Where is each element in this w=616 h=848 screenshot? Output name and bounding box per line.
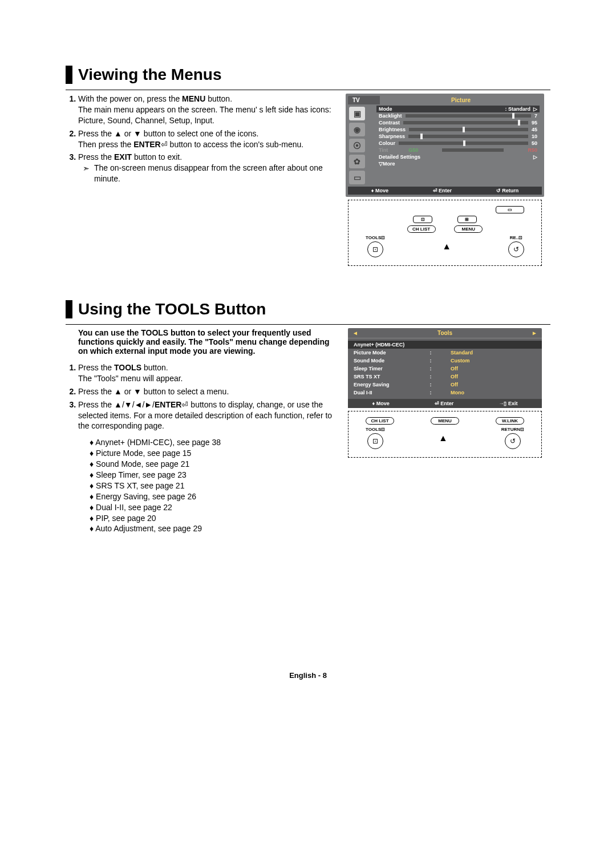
return-label: RETURN⊡ xyxy=(501,427,524,432)
osd-row-mode: Mode : Standard ▷ xyxy=(376,106,540,112)
remote-illustration: CH LIST MENU W.LINK TOOLS⊡ ⊡ ▲ RETURN⊡ ↺ xyxy=(348,411,542,458)
section-body: You can use the TOOLS button to select y… xyxy=(66,324,550,534)
nav-up-icon: ▲ xyxy=(442,241,451,252)
osd-row-more: ▽More xyxy=(376,160,540,167)
picture-icon: ▣ xyxy=(349,107,365,120)
chlist-button: CH LIST xyxy=(366,417,394,425)
section-header: Using the TOOLS Button xyxy=(66,300,550,318)
section-viewing-menus: Viewing the Menus With the power on, pre… xyxy=(66,66,550,266)
tools-row: Sleep Timer:Off xyxy=(354,365,536,373)
menu-button: MENU xyxy=(431,417,459,425)
remote-small-btn: ⊡ xyxy=(413,216,432,223)
step-2: Press the ▲ or ▼ button to select one of… xyxy=(78,128,334,150)
step-list: Press the TOOLS button. The "Tools" menu… xyxy=(78,362,334,431)
osd-main: Mode : Standard ▷ Backlight 7 Contrast xyxy=(374,106,542,185)
left-arrow-icon: ◄ xyxy=(352,330,358,336)
step-3: Press the ▲/▼/◄/►/ENTER⏎ buttons to disp… xyxy=(78,399,334,432)
tools-label: TOOLS⊡ xyxy=(366,235,385,240)
osd-tv-label: TV xyxy=(348,96,380,104)
figure-column: TV Picture ▣ ◉ ⦿ ✿ ▭ Mode xyxy=(339,94,550,266)
tools-footer: ♦ Move ⏎ Enter →▯ Exit xyxy=(348,399,542,408)
tools-row: Sound Mode:Custom xyxy=(354,357,536,365)
list-item: Energy Saving, see page 26 xyxy=(90,491,334,502)
list-item: Picture Mode, see page 15 xyxy=(90,448,334,459)
tools-button: ⊡ xyxy=(367,433,383,449)
step-3: Press the EXIT button to exit. ➣ The on-… xyxy=(78,152,334,184)
section-title: Using the TOOLS Button xyxy=(78,300,550,318)
note-row: ➣ The on-screen menus disappear from the… xyxy=(78,163,334,184)
list-item: Dual I-II, see page 22 xyxy=(90,502,334,513)
chlist-button: CH LIST xyxy=(407,225,436,233)
list-item: PIP, see page 20 xyxy=(90,513,334,524)
osd-row-sharpness: Sharpness 10 xyxy=(376,133,540,140)
tools-row: Picture Mode:Standard xyxy=(354,349,536,357)
reference-list: Anynet+ (HDMI-CEC), see page 38 Picture … xyxy=(90,437,334,534)
section-title: Viewing the Menus xyxy=(78,66,550,84)
osd-titlebar: TV Picture xyxy=(348,96,542,104)
remote-small-btn: ⊞ xyxy=(457,216,477,223)
remote-illustration: ▭ ⊡ ⊞ CH LIST MENU xyxy=(348,200,542,266)
sound-icon: ◉ xyxy=(349,123,365,136)
text-column: With the power on, press the MENU button… xyxy=(66,94,334,266)
osd-row-brightness: Brightness 45 xyxy=(376,126,540,133)
osd-row-detailed: Detailed Settings ▷ xyxy=(376,154,540,160)
manual-page: Viewing the Menus With the power on, pre… xyxy=(0,0,616,702)
section-tools-button: Using the TOOLS Button You can use the T… xyxy=(66,300,550,534)
setup-icon: ✿ xyxy=(349,155,365,168)
osd-row-tint: Tint G50 R50 xyxy=(376,147,540,154)
tools-row: Energy Saving:Off xyxy=(354,381,536,389)
step-list: With the power on, press the MENU button… xyxy=(78,94,334,184)
osd-picture-menu: TV Picture ▣ ◉ ⦿ ✿ ▭ Mode xyxy=(346,94,544,197)
menu-button: MENU xyxy=(454,225,483,233)
osd-row-colour: Colour 50 xyxy=(376,140,540,147)
page-footer: English - 8 xyxy=(66,671,550,680)
text-column: You can use the TOOLS button to select y… xyxy=(66,328,334,534)
osd-menu-title: Picture xyxy=(380,96,542,104)
section-header: Viewing the Menus xyxy=(66,66,550,84)
tools-body: Anynet+ (HDMI-CEC) Picture Mode:Standard… xyxy=(348,338,542,399)
tools-button: ⊡ xyxy=(367,241,383,257)
osd-footer: ♦ Move ⏎ Enter ↺ Return xyxy=(348,187,542,195)
osd-tools-menu: ◄ Tools ► Anynet+ (HDMI-CEC) Picture Mod… xyxy=(348,328,542,408)
nav-up-icon: ▲ xyxy=(439,433,448,443)
return-label: RE..⊡ xyxy=(510,235,523,240)
step-1: With the power on, press the MENU button… xyxy=(78,94,334,126)
tools-label: TOOLS⊡ xyxy=(366,427,385,432)
list-item: Sleep Timer, see page 23 xyxy=(90,470,334,480)
return-button: ↺ xyxy=(505,433,521,449)
input-icon: ▭ xyxy=(349,171,365,184)
tools-row-anynet: Anynet+ (HDMI-CEC) xyxy=(348,341,542,349)
osd-row-backlight: Backlight 7 xyxy=(376,112,540,119)
channel-icon: ⦿ xyxy=(349,139,365,152)
remote-small-btn: ▭ xyxy=(496,206,524,213)
return-button: ↺ xyxy=(508,241,524,257)
list-item: Sound Mode, see page 21 xyxy=(90,459,334,470)
right-arrow-icon: ► xyxy=(532,330,537,336)
step-1: Press the TOOLS button. The "Tools" menu… xyxy=(78,362,334,384)
tools-row: Dual I-II:Mono xyxy=(354,389,536,397)
osd-row-contrast: Contrast 95 xyxy=(376,119,540,126)
tools-row: SRS TS XT:Off xyxy=(354,373,536,381)
tools-header: ◄ Tools ► xyxy=(348,328,542,338)
osd-sidebar: ▣ ◉ ⦿ ✿ ▭ xyxy=(348,106,374,185)
note-text: The on-screen menus disappear from the s… xyxy=(94,163,334,184)
wlink-button: W.LINK xyxy=(496,417,524,425)
list-item: SRS TS XT, see page 21 xyxy=(90,480,334,491)
intro-text: You can use the TOOLS button to select y… xyxy=(78,328,334,356)
step-2: Press the ▲ or ▼ button to select a menu… xyxy=(78,386,334,397)
list-item: Auto Adjustment, see page 29 xyxy=(90,523,334,534)
arrow-icon: ➣ xyxy=(83,163,90,174)
figure-column: ◄ Tools ► Anynet+ (HDMI-CEC) Picture Mod… xyxy=(339,328,550,534)
list-item: Anynet+ (HDMI-CEC), see page 38 xyxy=(90,437,334,448)
section-body: With the power on, press the MENU button… xyxy=(66,90,550,266)
